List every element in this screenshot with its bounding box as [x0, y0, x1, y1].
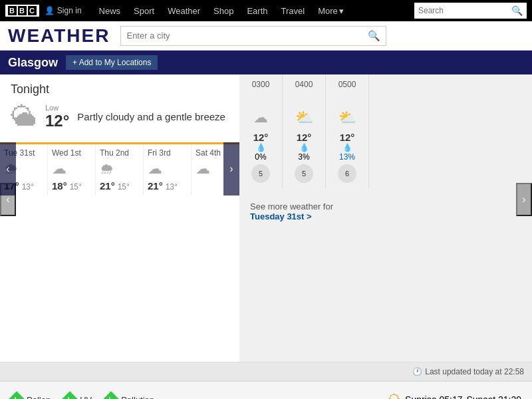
- sign-in-label: Sign in: [57, 6, 82, 15]
- sign-in-link[interactable]: 👤 Sign in: [45, 6, 82, 15]
- sunrise-icon: 🌤: [388, 392, 401, 400]
- top-search-input[interactable]: [418, 6, 511, 15]
- hour-weather-icon: ☁: [243, 109, 278, 126]
- nav-earth[interactable]: Earth: [240, 0, 274, 21]
- uv-level-badge: L: [61, 391, 78, 399]
- tonight-description: Partly cloudy and a gentle breeze: [77, 110, 225, 124]
- tonight-temp-block: Low 12°: [45, 104, 69, 130]
- pollution-level: L: [109, 396, 113, 399]
- weather-header: WEATHER 🔍: [0, 21, 532, 51]
- low-label: Low: [45, 104, 69, 112]
- weather-title: WEATHER: [8, 25, 110, 47]
- see-more-box: See more weather for Tuesday 31st >: [239, 188, 532, 235]
- hour-weather-icon: ⛅: [287, 109, 321, 126]
- hour-precip-icon: 💧: [330, 143, 364, 152]
- top-nav: BBC 👤 Sign in News Sport Weather Shop Ea…: [0, 0, 532, 21]
- nav-shop[interactable]: Shop: [207, 0, 240, 21]
- add-location-label: + Add to My Locations: [72, 58, 151, 67]
- chevron-down-icon: ▾: [339, 6, 344, 16]
- pollution-label: Pollution: [121, 395, 154, 400]
- sunset-label: Sunset 21:29: [466, 394, 521, 399]
- hour-label: 0400: [287, 80, 321, 89]
- hour-precip-icon: 💧: [243, 143, 278, 152]
- weather-search-bar: 🔍: [120, 26, 386, 46]
- hour-wind-speed: 5: [295, 164, 313, 183]
- location-name: Glasgow: [8, 56, 58, 70]
- forecast-day-icon: ☁: [52, 160, 91, 178]
- hourly-panel: 0300 ☁ 12° 💧 0% 5 0400 ⛅ 12° 💧 3% 5 0500…: [239, 74, 532, 362]
- forecast-low-temp: 15°: [70, 182, 82, 192]
- nav-news[interactable]: News: [92, 0, 128, 21]
- city-search-icon[interactable]: 🔍: [362, 30, 386, 42]
- hourly-column: 0400 ⛅ 12° 💧 3% 5: [283, 74, 326, 188]
- forecast-day-icon: 🌧: [100, 160, 139, 178]
- forecast-low-temp: 13°: [166, 182, 178, 192]
- nav-sport[interactable]: Sport: [127, 0, 161, 21]
- sunrise-sunset-section: 🌤 Sunrise 05:17 Sunset 21:29: [388, 392, 521, 400]
- see-more-label: See more weather for: [250, 201, 333, 211]
- city-search-input[interactable]: [121, 31, 362, 41]
- forecast-day-label: Fri 3rd: [148, 148, 187, 158]
- pollen-level-badge: L: [8, 391, 25, 399]
- pollen-level: L: [15, 396, 19, 399]
- see-more-link[interactable]: Tuesday 31st >: [250, 211, 312, 221]
- add-location-button[interactable]: + Add to My Locations: [66, 55, 158, 70]
- hour-precip-pct: 3%: [287, 152, 321, 162]
- forecast-day-label: Thu 2nd: [100, 148, 139, 158]
- more-label: More: [318, 6, 338, 16]
- bbc-logo[interactable]: BBC: [5, 5, 39, 17]
- tonight-current: 🌥 Low 12° Partly cloudy and a gentle bre…: [11, 102, 229, 132]
- pollution-level-badge: L: [102, 391, 119, 399]
- tonight-top: Tonight 🌥 Low 12° Partly cloudy and a ge…: [0, 74, 239, 142]
- uv-label: UV: [80, 395, 92, 400]
- user-icon: 👤: [45, 6, 55, 15]
- forecast-low-temp: 15°: [118, 182, 130, 192]
- hour-wind-speed: 6: [338, 164, 356, 183]
- tonight-panel: Tonight 🌥 Low 12° Partly cloudy and a ge…: [0, 74, 239, 362]
- main-next-button[interactable]: ›: [516, 183, 532, 216]
- hour-temperature: 12°: [287, 132, 321, 143]
- hour-weather-icon: ⛅: [330, 109, 364, 126]
- sunrise-label: Sunrise 05:17: [405, 394, 462, 399]
- hour-wind-speed: 5: [251, 164, 270, 183]
- forecast-day[interactable]: Thu 2nd 🌧 21° 15°: [96, 144, 144, 196]
- forecast-day[interactable]: Wed 1st ☁ 18° 15°: [48, 144, 96, 196]
- forecast-day-temps: 21° 15°: [100, 180, 139, 192]
- hour-precip-pct: 0%: [243, 152, 278, 162]
- tonight-temperature: 12°: [45, 112, 69, 130]
- forecast-strip-container: ‹ Tue 31st 🌧 17° 13° Wed 1st ☁ 18° 15° T…: [0, 142, 239, 196]
- uv-level: L: [68, 396, 72, 399]
- top-search-icon[interactable]: 🔍: [511, 5, 523, 16]
- nav-travel[interactable]: Travel: [275, 0, 312, 21]
- hourly-scroll: 0300 ☁ 12° 💧 0% 5 0400 ⛅ 12° 💧 3% 5 0500…: [239, 74, 532, 188]
- pollution-item: L Pollution: [105, 394, 154, 399]
- uv-item: L UV: [64, 394, 92, 399]
- nav-weather[interactable]: Weather: [161, 0, 207, 21]
- forecast-day-icon: ☁: [148, 160, 187, 178]
- hour-label: 0300: [243, 80, 278, 89]
- forecast-next-button[interactable]: ›: [223, 142, 239, 196]
- forecast-high-temp: 18°: [52, 180, 67, 192]
- hour-temperature: 12°: [330, 132, 364, 143]
- hour-label: 0500: [330, 80, 364, 89]
- forecast-day[interactable]: Fri 3rd ☁ 21° 13°: [144, 144, 192, 196]
- forecast-low-temp: 13°: [22, 182, 34, 192]
- tonight-weather-icon: 🌥: [11, 102, 37, 132]
- clock-icon: 🕐: [412, 367, 422, 376]
- nav-links: News Sport Weather Shop Earth Travel Mor…: [92, 0, 414, 21]
- hourly-column: 0300 ☁ 12° 💧 0% 5: [239, 74, 283, 188]
- bottom-status-bar: 🕐 Last updated today at 22:58: [0, 362, 532, 380]
- tonight-title: Tonight: [11, 82, 229, 96]
- hourly-column: 0500 ⛅ 12° 💧 13% 6: [326, 74, 369, 188]
- hour-precip-pct: 13%: [330, 152, 364, 162]
- main-content: Tonight 🌥 Low 12° Partly cloudy and a ge…: [0, 74, 532, 362]
- forecast-day-label: Wed 1st: [52, 148, 91, 158]
- footer-bar: L Pollen L UV L Pollution 🌤 Sunrise 05:1…: [0, 380, 532, 399]
- top-search-bar: 🔍: [414, 3, 527, 19]
- hour-precip-icon: 💧: [287, 143, 321, 152]
- forecast-strip: Tue 31st 🌧 17° 13° Wed 1st ☁ 18° 15° Thu…: [0, 142, 239, 196]
- forecast-prev-button[interactable]: ‹: [0, 142, 16, 196]
- location-bar: Glasgow + Add to My Locations: [0, 51, 532, 74]
- nav-more[interactable]: More ▾: [311, 0, 350, 21]
- last-updated-text: Last updated today at 22:58: [425, 367, 524, 376]
